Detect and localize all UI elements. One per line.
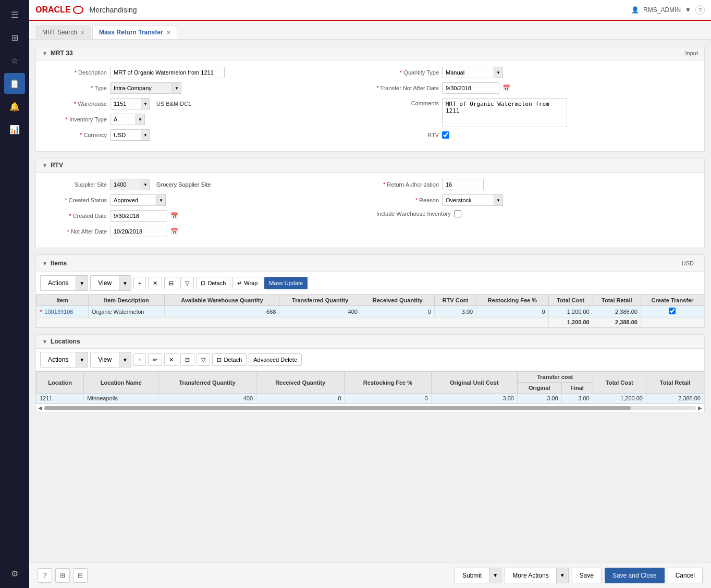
- footer-copy-btn[interactable]: ⊞: [55, 568, 70, 583]
- locations-table-header: Location Location Name Transferred Quant…: [36, 372, 704, 383]
- locations-filter-btn[interactable]: ▽: [197, 353, 210, 366]
- sidebar-item-chart[interactable]: 📊: [4, 119, 25, 140]
- items-section-toggle[interactable]: ▼: [42, 261, 47, 266]
- bell-icon: 🔔: [9, 102, 20, 112]
- locations-filter-icon: ▽: [201, 357, 205, 363]
- user-dropdown-arrow[interactable]: ▼: [685, 6, 691, 14]
- more-actions-btn[interactable]: More Actions: [505, 568, 556, 583]
- created-date-calendar-icon[interactable]: 📅: [170, 212, 178, 219]
- created-date-input[interactable]: [110, 210, 167, 222]
- locations-actions-main[interactable]: Actions: [40, 352, 76, 368]
- reason-select-wrap: ▼: [442, 194, 503, 206]
- transfer-date-input[interactable]: [442, 82, 499, 94]
- app-title: Merchandising: [90, 6, 137, 14]
- rtv-section-body: Supplier Site ▼ Grocery Supplier Site * …: [36, 173, 704, 248]
- filter-icon: ▽: [185, 280, 189, 287]
- items-grid-btn[interactable]: ⊟: [164, 277, 178, 289]
- items-mass-update-btn[interactable]: Mass Update: [264, 277, 308, 289]
- footer-icons: ? ⊞ ⊟: [38, 568, 88, 583]
- inventory-type-input[interactable]: [110, 114, 136, 125]
- type-select-wrap: ▼: [110, 82, 181, 94]
- locations-delete-btn[interactable]: ✕: [164, 353, 178, 366]
- more-actions-dropdown-arrow[interactable]: ▼: [556, 568, 569, 583]
- col-avail-wh-qty: Available Warehouse Quantity: [165, 295, 279, 306]
- created-status-arrow[interactable]: ▼: [157, 194, 166, 206]
- loc-original-unit-cost: 3.00: [431, 394, 517, 403]
- sidebar-item-settings[interactable]: ⚙: [4, 563, 25, 584]
- reason-input[interactable]: [442, 194, 494, 206]
- reason-arrow[interactable]: ▼: [494, 194, 503, 206]
- locations-add-btn[interactable]: +: [133, 353, 146, 366]
- locations-view-arrow[interactable]: ▼: [119, 352, 131, 368]
- tab-mrt-search[interactable]: MRT Search ✕: [35, 25, 91, 39]
- tab-mass-return-transfer[interactable]: Mass Return Transfer ✕: [92, 25, 177, 39]
- items-actions-main[interactable]: Actions: [40, 275, 76, 291]
- quantity-type-input[interactable]: [442, 67, 494, 78]
- tab-mrt-search-close[interactable]: ✕: [80, 30, 84, 35]
- sidebar-item-tasks[interactable]: 📋: [4, 73, 25, 94]
- items-detach-btn[interactable]: ⊡ Detach: [196, 277, 230, 289]
- mrt-section-header: ▼ MRT 33 Input: [36, 46, 704, 60]
- star-icon: ☆: [11, 56, 18, 66]
- items-actions-arrow[interactable]: ▼: [76, 275, 88, 291]
- items-filter-btn[interactable]: ▽: [180, 277, 194, 289]
- quantity-type-arrow[interactable]: ▼: [494, 67, 503, 78]
- transfer-date-calendar-icon[interactable]: 📅: [502, 84, 510, 92]
- created-status-input[interactable]: [110, 194, 157, 206]
- rtv-section-header: ▼ RTV: [36, 158, 704, 173]
- sidebar-item-bell[interactable]: 🔔: [4, 96, 25, 117]
- warehouse-code-input[interactable]: [110, 98, 141, 109]
- locations-advanced-delete-btn[interactable]: Advanced Delete: [249, 353, 302, 366]
- inventory-type-arrow[interactable]: ▼: [136, 114, 145, 125]
- include-warehouse-checkbox[interactable]: [454, 210, 461, 217]
- submit-btn[interactable]: Submit: [455, 568, 489, 583]
- items-view-main[interactable]: View: [90, 275, 119, 291]
- mrt-section-toggle[interactable]: ▼: [42, 51, 47, 56]
- scroll-right-arrow[interactable]: ▶: [698, 405, 702, 411]
- footer-help-btn[interactable]: ?: [38, 568, 52, 583]
- locations-section-toggle[interactable]: ▼: [42, 339, 47, 345]
- col-item: Item: [36, 295, 89, 306]
- sidebar-item-star[interactable]: ☆: [4, 50, 25, 71]
- items-add-btn[interactable]: +: [133, 277, 146, 289]
- locations-edit-btn[interactable]: ✏: [148, 353, 162, 366]
- submit-dropdown-arrow[interactable]: ▼: [489, 568, 501, 583]
- item-link[interactable]: 100139106: [44, 309, 73, 315]
- locations-view-main[interactable]: View: [90, 352, 119, 368]
- warehouse-dropdown-arrow[interactable]: ▼: [141, 98, 150, 109]
- rtv-section-toggle[interactable]: ▼: [42, 163, 47, 168]
- save-btn[interactable]: Save: [572, 568, 602, 583]
- not-after-date-input[interactable]: [110, 226, 167, 237]
- locations-detach-btn[interactable]: ⊡ Detach: [212, 353, 247, 366]
- supplier-site-arrow[interactable]: ▼: [141, 179, 150, 190]
- received-qty-cell: 0: [361, 306, 434, 317]
- sidebar-item-grid[interactable]: ⊞: [4, 27, 25, 48]
- currency-input[interactable]: [110, 129, 141, 141]
- items-delete-btn[interactable]: ✕: [148, 277, 162, 289]
- tab-mass-return-transfer-close[interactable]: ✕: [166, 30, 170, 35]
- cancel-btn[interactable]: Cancel: [668, 568, 703, 583]
- sidebar-item-menu[interactable]: ☰: [4, 4, 25, 25]
- type-dropdown-arrow[interactable]: ▼: [173, 82, 181, 94]
- col-loc-received-qty: Received Quantity: [256, 372, 345, 394]
- items-wrap-btn[interactable]: ↵ Wrap: [232, 277, 262, 289]
- locations-grid-btn[interactable]: ⊟: [180, 353, 194, 366]
- create-transfer-checkbox[interactable]: [669, 308, 676, 314]
- oracle-text: ORACLE: [35, 5, 71, 15]
- not-after-date-calendar-icon[interactable]: 📅: [170, 228, 178, 235]
- comments-textarea[interactable]: MRT of Organic Watermelon from 1211: [442, 98, 567, 127]
- currency-arrow[interactable]: ▼: [141, 129, 150, 141]
- scroll-left-arrow[interactable]: ◀: [38, 405, 42, 411]
- locations-actions-arrow[interactable]: ▼: [76, 352, 88, 368]
- header-help-btn[interactable]: ?: [695, 5, 705, 15]
- footer: ? ⊞ ⊟ Submit ▼ More Actions ▼ Save Save …: [29, 562, 711, 588]
- description-input[interactable]: [110, 67, 225, 78]
- horizontal-scrollbar[interactable]: [44, 406, 631, 410]
- footer-paste-btn[interactable]: ⊟: [73, 568, 88, 583]
- items-view-arrow[interactable]: ▼: [119, 275, 131, 291]
- col-transfer-cost-original: Original: [517, 383, 561, 394]
- col-loc-restocking-fee: Restocking Fee %: [345, 372, 431, 394]
- rtv-checkbox[interactable]: [442, 131, 449, 139]
- return-auth-input[interactable]: [442, 179, 484, 190]
- save-close-btn[interactable]: Save and Close: [605, 568, 665, 583]
